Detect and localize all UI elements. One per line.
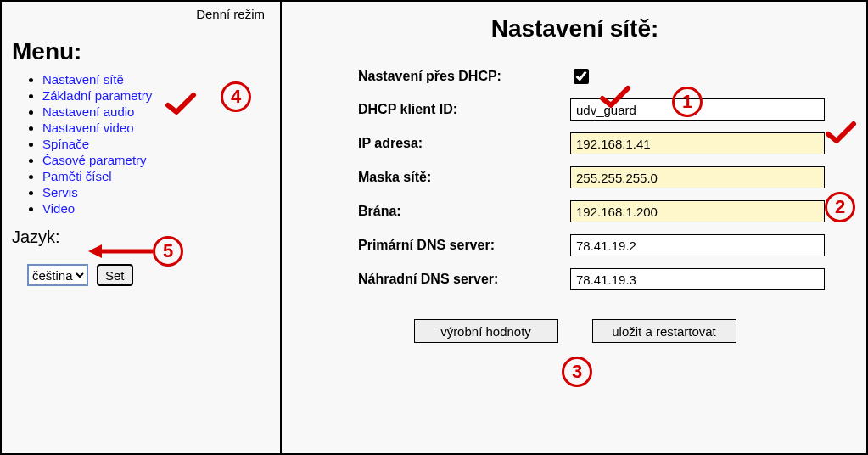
dhcp-client-id-label: DHCP klient ID:: [358, 102, 570, 117]
mask-label: Maska sítě:: [358, 170, 570, 185]
menu-item-service[interactable]: Servis: [42, 185, 270, 199]
menu-link[interactable]: Servis: [42, 185, 78, 199]
mask-input[interactable]: [570, 166, 825, 188]
menu-link[interactable]: Paměti čísel: [42, 169, 112, 183]
page-title: Nastavení sítě:: [299, 15, 851, 42]
dns1-input[interactable]: [570, 234, 825, 256]
menu-link[interactable]: Video: [42, 201, 75, 216]
menu-item-switches[interactable]: Spínače: [42, 137, 270, 151]
menu-item-video[interactable]: Video: [42, 201, 270, 216]
gateway-input[interactable]: [570, 200, 825, 222]
ip-label: IP adresa:: [358, 136, 570, 151]
menu-item-basic[interactable]: Základní parametry: [42, 88, 270, 103]
sidebar: Denní režim Menu: Nastavení sítě Základn…: [2, 2, 282, 453]
menu-link[interactable]: Nastavení audio: [42, 104, 134, 119]
language-select[interactable]: čeština: [27, 264, 88, 286]
mode-label: Denní režim: [12, 7, 270, 21]
menu-link[interactable]: Spínače: [42, 137, 89, 151]
menu-link[interactable]: Nastavení sítě: [42, 72, 124, 87]
dhcp-checkbox[interactable]: [574, 69, 589, 84]
menu-item-time[interactable]: Časové parametry: [42, 153, 270, 167]
dhcp-client-id-input[interactable]: [570, 98, 825, 121]
language-title: Jazyk:: [12, 228, 270, 247]
main-panel: Nastavení sítě: Nastavení přes DHCP: DHC…: [283, 2, 866, 453]
menu-item-memory[interactable]: Paměti čísel: [42, 169, 270, 183]
language-set-button[interactable]: Set: [97, 264, 133, 286]
dhcp-label: Nastavení přes DHCP:: [358, 69, 570, 84]
menu-list: Nastavení sítě Základní parametry Nastav…: [12, 72, 270, 216]
dns1-label: Primární DNS server:: [358, 238, 570, 253]
gateway-label: Brána:: [358, 204, 570, 219]
save-restart-button[interactable]: uložit a restartovat: [592, 319, 736, 343]
dns2-label: Náhradní DNS server:: [358, 272, 570, 287]
menu-item-network[interactable]: Nastavení sítě: [42, 72, 270, 87]
menu-item-audio[interactable]: Nastavení audio: [42, 104, 270, 119]
menu-item-video-settings[interactable]: Nastavení video: [42, 121, 270, 135]
menu-link[interactable]: Časové parametry: [42, 153, 147, 167]
dns2-input[interactable]: [570, 268, 825, 290]
menu-title: Menu:: [12, 38, 270, 65]
defaults-button[interactable]: výrobní hodnoty: [414, 319, 558, 343]
menu-link[interactable]: Nastavení video: [42, 121, 134, 135]
menu-link[interactable]: Základní parametry: [42, 88, 152, 103]
ip-input[interactable]: [570, 132, 825, 154]
